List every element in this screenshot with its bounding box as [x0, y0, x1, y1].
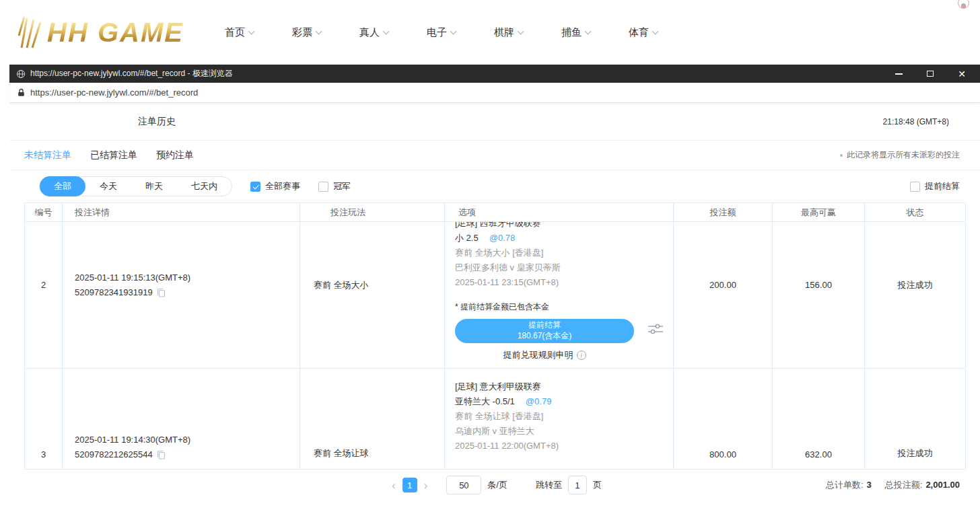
close-button[interactable]: ✕	[957, 69, 967, 79]
league-name: [足球] 西班牙甲级联赛	[455, 222, 673, 231]
match-time: 2025-01-11 23:15(GMT+8)	[455, 275, 673, 290]
bet-time: 2025-01-11 19:15:13(GMT+8)	[75, 272, 190, 283]
checkbox-empty-icon	[910, 182, 920, 192]
nav-item-slots[interactable]: 电子	[427, 26, 456, 39]
maximize-button[interactable]	[925, 69, 935, 79]
window-controls: ✕	[894, 69, 973, 79]
chevron-down-icon	[383, 28, 390, 34]
globe-icon	[16, 69, 26, 79]
nav-item-home[interactable]: 首页	[225, 26, 254, 39]
total-count: 总计单数:3	[826, 479, 872, 491]
tabs-note: 此记录将显示所有未派彩的投注	[840, 149, 960, 161]
nav-item-live[interactable]: 真人	[359, 26, 388, 39]
tab-unsettled[interactable]: 未结算注单	[24, 149, 71, 161]
nav-item-sports[interactable]: 体育	[629, 26, 658, 39]
market-line: 赛前 全场让球 [香港盘]	[455, 409, 673, 424]
odds-value: @0.79	[526, 396, 552, 406]
cell-status: 投注成功	[865, 222, 966, 368]
bet-table: 编号 投注详情 投注玩法 选项 投注额 最高可赢 状态 2 2025-01-11…	[24, 203, 965, 470]
league-name: [足球] 意大利甲级联赛	[455, 379, 673, 394]
copy-icon[interactable]	[157, 288, 166, 297]
cell-maxwin: 632.00	[773, 369, 865, 469]
nav-item-fishing[interactable]: 捕鱼	[561, 26, 590, 39]
cashout-note: * 提前结算金额已包含本金	[455, 299, 673, 314]
cashout-settings-icon[interactable]	[648, 323, 664, 340]
tab-reserved[interactable]: 预约注单	[156, 149, 194, 161]
bet-record-page: 注单历史 21:18:48 (GMT+8) 未结算注单 已结算注单 预约注单 此…	[9, 103, 980, 501]
tab-settled[interactable]: 已结算注单	[90, 149, 137, 161]
match-line: 巴利亚多利德 v 皇家贝蒂斯	[455, 260, 673, 275]
logo-burst-icon	[18, 15, 46, 49]
bet-id: 5209782212625544	[75, 449, 153, 460]
cell-status: 投注成功	[865, 369, 966, 469]
cell-amount: 800.00	[674, 369, 773, 469]
nav-item-lottery[interactable]: 彩票	[292, 26, 321, 39]
pager: ‹ 1 › 条/页 跳转至 页	[388, 476, 602, 494]
col-no: 编号	[25, 203, 63, 221]
cell-no: 2	[25, 222, 63, 368]
col-play: 投注玩法	[300, 203, 445, 221]
col-option: 选项	[445, 203, 674, 221]
table-row: 2 2025-01-11 19:15:13(GMT+8) 52097823419…	[25, 222, 965, 369]
site-logo[interactable]: HH GAME	[18, 15, 214, 49]
nav-item-cards[interactable]: 棋牌	[494, 26, 523, 39]
copy-icon[interactable]	[157, 450, 166, 460]
odds-value: @0.78	[489, 233, 516, 243]
cashout-row: 提前结算 180.67(含本金)	[455, 319, 673, 343]
checkbox-checked-icon	[250, 182, 260, 192]
jump-to-label: 跳转至	[536, 479, 562, 491]
totals: 总计单数:3 总投注额:2,001.00	[826, 479, 965, 491]
table-header: 编号 投注详情 投注玩法 选项 投注额 最高可赢 状态	[25, 203, 965, 222]
cell-detail: 2025-01-11 19:15:13(GMT+8) 5209782341931…	[63, 222, 300, 368]
cell-option: [足球] 意大利甲级联赛 亚特兰大 -0.5/1@0.79 赛前 全场让球 [香…	[445, 369, 674, 469]
match-time: 2025-01-11 22:00(GMT+8)	[455, 439, 673, 453]
page-title: 注单历史	[138, 116, 176, 128]
chevron-down-icon	[585, 28, 592, 34]
cell-option: [足球] 西班牙甲级联赛 小 2.5@0.78 赛前 全场大小 [香港盘] 巴利…	[445, 222, 674, 368]
cashout-button[interactable]: 提前结算 180.67(含本金)	[455, 319, 634, 343]
profile-mini-icon[interactable]	[958, 0, 969, 9]
minimize-button[interactable]	[894, 69, 903, 79]
range-yesterday[interactable]: 昨天	[131, 176, 177, 196]
cashout-rules-link[interactable]: 提前兑现规则申明 i	[455, 348, 634, 363]
address-bar[interactable]: https://user-pc-new.jylywl.com/#/bet_rec…	[9, 83, 980, 103]
title-row: 注单历史 21:18:48 (GMT+8)	[9, 103, 980, 141]
all-events-checkbox[interactable]: 全部赛事	[250, 180, 300, 192]
window-title: https://user-pc-new.jylywl.com/#/bet_rec…	[30, 68, 233, 79]
lock-icon	[18, 88, 25, 97]
range-all[interactable]: 全部	[40, 176, 85, 196]
pagination-bar: ‹ 1 › 条/页 跳转至 页 总计单数:3 总投注额:2,001.00	[24, 470, 965, 501]
chevron-down-icon	[316, 28, 322, 34]
current-page-button[interactable]: 1	[403, 478, 417, 492]
browser-window: https://user-pc-new.jylywl.com/#/bet_rec…	[9, 65, 980, 501]
cell-detail: 2025-01-11 19:14:30(GMT+8) 5209782212625…	[63, 369, 300, 469]
match-line: 乌迪内斯 v 亚特兰大	[455, 424, 673, 439]
table-row: 3 2025-01-11 19:14:30(GMT+8) 52097822126…	[25, 369, 965, 470]
page-word: 页	[593, 479, 602, 491]
site-header: HH GAME 首页 彩票 真人 电子 棋牌 捕鱼 体育	[0, 0, 980, 65]
cell-play: 赛前 全场让球	[300, 369, 445, 469]
jump-page-input[interactable]	[568, 476, 587, 494]
chevron-down-icon	[518, 28, 524, 34]
date-range-group: 全部 今天 昨天 七天内	[39, 176, 232, 196]
checkbox-empty-icon	[318, 182, 328, 192]
range-7days[interactable]: 七天内	[177, 176, 232, 196]
prev-page-icon[interactable]: ‹	[388, 480, 400, 491]
next-page-icon[interactable]: ›	[420, 480, 432, 491]
col-amount: 投注额	[674, 203, 773, 221]
page-size-input[interactable]	[446, 476, 481, 494]
early-settlement-checkbox[interactable]: 提前结算	[910, 180, 960, 192]
cell-no: 3	[25, 369, 63, 469]
bullet-dot-icon	[840, 154, 843, 157]
bet-time: 2025-01-11 19:14:30(GMT+8)	[75, 435, 190, 445]
per-page-label: 条/页	[487, 479, 508, 491]
info-icon[interactable]: i	[577, 351, 586, 360]
champion-checkbox[interactable]: 冠军	[318, 180, 351, 192]
col-maxwin: 最高可赢	[773, 203, 865, 221]
selection-line: 小 2.5@0.78	[455, 231, 673, 246]
range-today[interactable]: 今天	[85, 176, 131, 196]
chevron-down-icon	[248, 28, 255, 34]
filter-row: 全部 今天 昨天 七天内 全部赛事 冠军 提前结算	[9, 170, 980, 203]
col-detail: 投注详情	[63, 203, 300, 221]
chevron-down-icon	[450, 28, 457, 34]
